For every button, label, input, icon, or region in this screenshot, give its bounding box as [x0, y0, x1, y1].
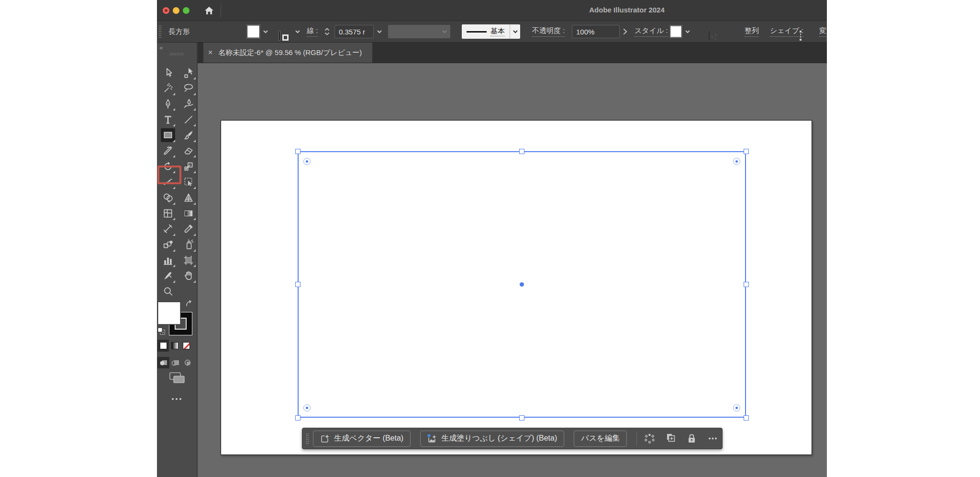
live-corner-widget-bottom-right[interactable]: [733, 404, 740, 411]
selection-tool[interactable]: [161, 66, 175, 79]
blend-tool[interactable]: [161, 238, 175, 252]
screen-mode-icon[interactable]: [169, 372, 186, 384]
stroke-dropdown-chevron-icon[interactable]: [295, 30, 301, 33]
paintbrush-tool[interactable]: [181, 128, 196, 142]
align-label[interactable]: 整列: [745, 26, 759, 37]
tab-close-icon[interactable]: ×: [208, 48, 212, 57]
type-tool[interactable]: [161, 112, 175, 126]
style-chevron-icon[interactable]: [685, 30, 690, 33]
selection-handle-top-mid[interactable]: [519, 149, 524, 154]
style-label[interactable]: スタイル :: [635, 26, 668, 37]
hand-tool[interactable]: [181, 269, 196, 283]
selection-handle-top-right[interactable]: [744, 149, 749, 154]
generate-vector-button[interactable]: 生成ベクター (Beta): [313, 431, 411, 447]
zoom-window-button[interactable]: [183, 7, 189, 14]
tool-flyout-indicator: [193, 93, 196, 95]
eyedropper-tool[interactable]: [181, 222, 196, 236]
shape-widget-icon[interactable]: [800, 31, 801, 40]
free-transform-tool[interactable]: [181, 175, 196, 189]
panel-drag-grip[interactable]: [170, 53, 184, 55]
edit-path-button[interactable]: パスを編集: [574, 431, 627, 447]
home-icon[interactable]: [204, 5, 214, 16]
lasso-tool[interactable]: [181, 81, 196, 95]
global-edit-icon[interactable]: [644, 433, 655, 444]
direct-selection-tool[interactable]: [181, 66, 196, 79]
shape-label[interactable]: シェイプ :: [770, 26, 803, 37]
minimize-window-button[interactable]: [173, 7, 179, 14]
symbol-sprayer-tool[interactable]: [181, 238, 196, 252]
stroke-style-chevron-icon[interactable]: [512, 30, 518, 33]
stroke-weight-chevron-icon[interactable]: [377, 30, 382, 33]
curvature-tool[interactable]: [181, 97, 196, 111]
selection-handle-mid-right[interactable]: [744, 282, 749, 287]
magic-wand-tool[interactable]: [161, 81, 175, 95]
gradient-button[interactable]: [169, 340, 180, 352]
fill-dropdown-chevron-icon[interactable]: [263, 30, 268, 33]
artboard-tool[interactable]: [181, 253, 196, 267]
gradient-tool[interactable]: [181, 206, 196, 220]
measure-tool[interactable]: [161, 222, 175, 236]
document-tab[interactable]: × 名称未設定-6* @ 59.56 % (RGB/プレビュー): [203, 43, 372, 63]
stroke-weight-input[interactable]: 0.3575 r: [334, 25, 374, 38]
stroke-color-swatch[interactable]: [279, 31, 280, 40]
draw-normal-button[interactable]: [157, 357, 169, 368]
window-title: Adobe Illustrator 2024: [584, 6, 670, 14]
selection-handle-bottom-right[interactable]: [744, 415, 749, 421]
transform-label[interactable]: 変形: [819, 26, 827, 37]
live-corner-widget-bottom-left[interactable]: [303, 404, 311, 411]
taskbar-grip[interactable]: [306, 433, 309, 444]
column-graph-tool[interactable]: [161, 253, 175, 267]
edit-toolbar-more-icon[interactable]: [172, 398, 181, 400]
opacity-expand-icon[interactable]: [623, 28, 627, 35]
free-transform-tool-icon: [183, 177, 194, 187]
selection-handle-mid-left[interactable]: [295, 282, 301, 287]
selection-center-point[interactable]: [520, 282, 524, 287]
live-corner-widget-top-left[interactable]: [303, 158, 311, 165]
selection-handle-bottom-mid[interactable]: [519, 415, 524, 421]
slice-tool[interactable]: [161, 269, 175, 283]
stroke-weight-stepper[interactable]: [324, 28, 330, 35]
stroke-weight-label[interactable]: 線 :: [307, 26, 318, 37]
shape-builder-tool-icon: [163, 192, 173, 203]
pen-tool[interactable]: [161, 97, 175, 111]
panel-collapse-icon[interactable]: «: [159, 44, 162, 51]
opacity-label[interactable]: 不透明度 :: [532, 26, 565, 37]
live-corner-widget-top-right[interactable]: [733, 158, 740, 165]
rectangle-tool[interactable]: [161, 128, 175, 142]
lock-icon[interactable]: [686, 433, 697, 444]
stepper-down-icon[interactable]: [324, 33, 330, 35]
canvas-pasteboard[interactable]: 生成ベクター (Beta) 生成塗りつぶし (シェイプ) (Beta) パスを編…: [198, 63, 827, 477]
stepper-up-icon[interactable]: [324, 28, 330, 31]
zoom-tool[interactable]: [161, 285, 175, 299]
opacity-input[interactable]: 100%: [572, 25, 620, 38]
fill-proxy-swatch[interactable]: [158, 302, 180, 324]
mesh-tool[interactable]: [161, 206, 175, 220]
selection-handle-bottom-left[interactable]: [295, 415, 301, 421]
duplicate-icon[interactable]: [665, 433, 676, 444]
generate-fill-button[interactable]: 生成塗りつぶし (シェイプ) (Beta): [420, 431, 564, 447]
stroke-style-chevron[interactable]: [510, 24, 520, 39]
selection-handle-top-left[interactable]: [295, 149, 301, 154]
default-fill-stroke-icon[interactable]: [157, 327, 166, 335]
more-options-icon[interactable]: [707, 433, 718, 444]
style-swatch[interactable]: [670, 26, 682, 38]
eraser-tool[interactable]: [181, 144, 196, 157]
line-segment-tool[interactable]: [181, 112, 196, 126]
close-window-button[interactable]: [163, 7, 169, 14]
perspective-grid-tool[interactable]: [181, 191, 196, 205]
swap-fill-stroke-icon[interactable]: [185, 300, 194, 308]
shaper-tool[interactable]: [161, 144, 175, 157]
fill-color-swatch[interactable]: [247, 25, 260, 38]
stroke-preview-line: [467, 31, 487, 33]
draw-inside-button[interactable]: [181, 357, 193, 368]
tool-flyout-indicator: [173, 265, 175, 267]
color-button[interactable]: [157, 340, 169, 352]
scale-tool[interactable]: [181, 159, 196, 173]
eraser-tool-icon: [183, 145, 194, 156]
none-button[interactable]: [180, 340, 192, 352]
controlbar-grip[interactable]: [158, 25, 162, 38]
stroke-style-button[interactable]: 基本: [462, 24, 520, 39]
shape-builder-tool[interactable]: [161, 191, 175, 205]
stroke-variant-label[interactable]: 基本: [490, 27, 505, 36]
draw-behind-button[interactable]: [169, 357, 181, 368]
